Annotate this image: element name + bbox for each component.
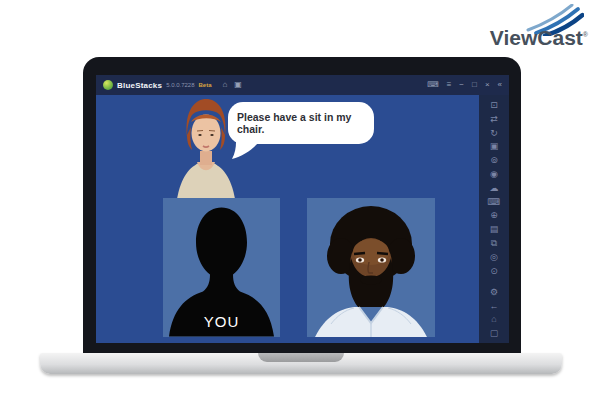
android-home-icon[interactable]: ⌂ <box>491 314 496 325</box>
registered-mark: ® <box>583 31 588 38</box>
speech-bubble-tail <box>232 142 260 159</box>
titlebar: BlueStacks 5.0.0.7228 Beta ⌂ ▣ ⌨ ≡ − □ ×… <box>96 75 509 95</box>
viewcast-brand-text: ViewCast® <box>490 27 588 48</box>
maximize-icon[interactable]: □ <box>472 81 477 89</box>
macro-recorder-icon[interactable]: ◎ <box>490 252 498 263</box>
fullscreen-icon[interactable]: ⊡ <box>490 100 498 111</box>
page: ViewCast® BlueStacks 5.0.0.7228 Beta ⌂ ▣… <box>0 0 602 414</box>
speech-bubble: Please have a sit in my chair. <box>228 102 374 144</box>
keyboard-icon[interactable]: ⌨ <box>427 81 439 89</box>
shake-icon[interactable]: ⇄ <box>490 114 498 125</box>
game-content-area: Please have a sit in my chair. YOU <box>96 95 479 343</box>
woman-avatar <box>175 95 237 199</box>
bluestacks-window: BlueStacks 5.0.0.7228 Beta ⌂ ▣ ⌨ ≡ − □ ×… <box>96 75 509 343</box>
game-controls-icon[interactable]: ⌨ <box>488 197 501 208</box>
you-label: YOU <box>163 313 280 330</box>
tabs-icon[interactable]: ▣ <box>234 81 242 89</box>
man-avatar-panel[interactable] <box>307 198 435 337</box>
back-icon[interactable]: ← <box>490 301 499 312</box>
rotate-icon[interactable]: ↻ <box>490 128 498 139</box>
home-icon[interactable]: ⌂ <box>223 81 228 89</box>
app-version: 5.0.0.7228 <box>166 82 194 88</box>
bluestacks-logo-icon <box>103 80 113 90</box>
laptop-screen: BlueStacks 5.0.0.7228 Beta ⌂ ▣ ⌨ ≡ − □ ×… <box>83 57 521 355</box>
man-avatar <box>307 198 435 337</box>
app-title: BlueStacks <box>117 81 162 90</box>
menu-icon[interactable]: ≡ <box>447 81 452 89</box>
collapse-sidebar-icon[interactable]: « <box>498 81 502 89</box>
laptop-base <box>40 353 562 374</box>
multi-instance-icon[interactable]: ⧉ <box>491 238 497 249</box>
screenshot-icon[interactable]: ▣ <box>490 141 499 152</box>
install-apk-icon[interactable]: ⊙ <box>490 266 498 277</box>
close-icon[interactable]: × <box>485 81 490 89</box>
camera-icon[interactable]: ⊚ <box>490 155 498 166</box>
viewcast-logo: ViewCast® <box>490 4 588 48</box>
toolbar-sidebar: ⊡ ⇄ ↻ ▣ ⊚ ◉ ☁ ⌨ ⊕ ▤ ⧉ ◎ ⊙ <box>479 95 509 343</box>
media-manager-icon[interactable]: ▤ <box>490 224 499 235</box>
settings-icon[interactable]: ⚙ <box>490 287 498 298</box>
recent-apps-icon[interactable]: ▢ <box>490 328 499 339</box>
minimize-icon[interactable]: − <box>459 81 464 89</box>
you-panel[interactable]: YOU <box>163 198 280 337</box>
aim-target-icon[interactable]: ⊕ <box>490 210 498 221</box>
beta-badge: Beta <box>199 82 212 88</box>
laptop-base-notch <box>258 353 344 362</box>
screen-recorder-icon[interactable]: ◉ <box>490 169 498 180</box>
speech-bubble-text: Please have a sit in my chair. <box>237 111 365 135</box>
cloud-sync-icon[interactable]: ☁ <box>490 183 499 194</box>
